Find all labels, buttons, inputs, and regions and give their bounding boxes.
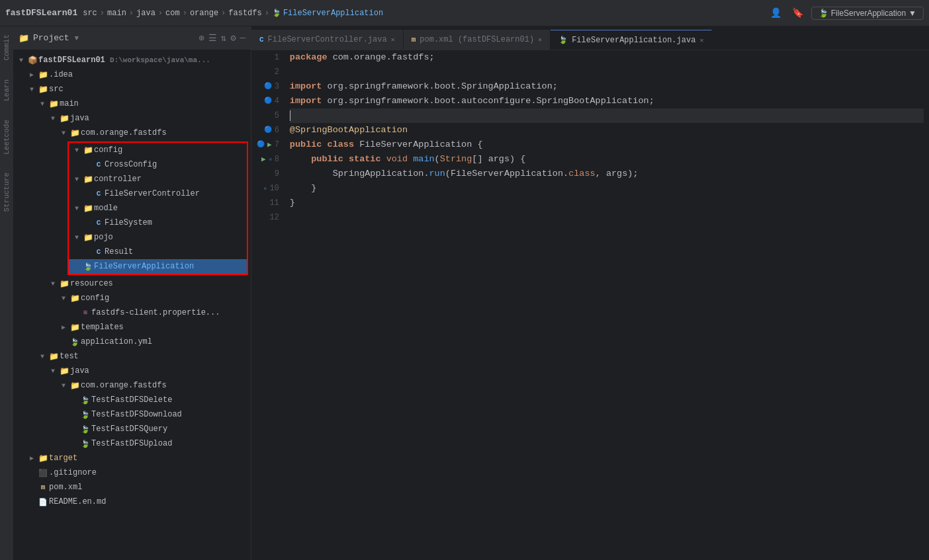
tree-item-config[interactable]: ▼ 📁 config	[69, 143, 247, 157]
gutter-icon-6[interactable]: 🔵	[264, 123, 272, 138]
tree-item-test[interactable]: ▼ 📁 test	[13, 349, 251, 364]
profile-icon[interactable]: 👤	[768, 6, 784, 20]
tree-item-main[interactable]: ▼ 📁 main	[13, 97, 251, 111]
code-content[interactable]: package com.orange.fastdfs; import org.s…	[285, 50, 929, 560]
project-icon: 📦	[26, 56, 38, 65]
settings-icon[interactable]: ⚙	[230, 32, 236, 44]
tree-item-modle[interactable]: ▼ 📁 modle	[69, 201, 247, 216]
tree-arrow-root: ▼	[16, 57, 26, 64]
collapse-icon[interactable]: ☰	[208, 32, 217, 44]
sidebar-label-structure[interactable]: Structure	[1, 170, 12, 214]
tree-item-testdelete[interactable]: ▶ 🍃 TestFastDFSDelete	[13, 393, 251, 407]
tree-item-result[interactable]: ▶ C Result	[69, 245, 247, 259]
tree-arrow-pojo: ▼	[71, 234, 82, 241]
breadcrumb-src[interactable]: src	[83, 9, 97, 18]
tree-arrow-java2: ▼	[48, 368, 58, 375]
folder-icon-resources: 📁	[58, 279, 70, 289]
sort-icon[interactable]: ⇅	[221, 32, 226, 44]
line-num-2: 2	[257, 65, 279, 79]
sidebar-label-leetcode[interactable]: Leetcode	[1, 117, 12, 157]
tree-item-java[interactable]: ▼ 📁 java	[13, 111, 251, 126]
spring-icon-testdownload: 🍃	[79, 411, 91, 419]
gutter-run-8[interactable]: ▶	[261, 152, 266, 167]
tree-item-testdownload[interactable]: ▶ 🍃 TestFastDFSDownload	[13, 407, 251, 422]
line-num-3: 🔵 3	[257, 79, 279, 94]
tree-arrow-config: ▼	[71, 147, 82, 154]
tree-label-root: fastDFSLearn01 D:\workspace\java\ma...	[38, 56, 210, 65]
tree-item-filesystem[interactable]: ▶ C FileSystem	[69, 216, 247, 230]
tab-fileservercontroller[interactable]: C FileServerController.java ✕	[251, 30, 404, 50]
breadcrumb-orange[interactable]: orange	[190, 9, 218, 18]
folder-icon-src: 📁	[37, 85, 49, 95]
folder-icon-config2: 📁	[69, 294, 81, 303]
tree-item-crossconfig[interactable]: ▶ C CrossConfig	[69, 157, 247, 172]
tree-item-java2[interactable]: ▼ 📁 java	[13, 364, 251, 378]
tree-label-package: com.orange.fastdfs	[81, 128, 167, 138]
code-editor[interactable]: 1 2 🔵 3 🔵 4 5 🔵 6 🔵 ▶ 7	[251, 50, 929, 560]
tree-item-readme[interactable]: ▶ 📄 README.en.md	[13, 495, 251, 509]
tree-item-package[interactable]: ▼ 📁 com.orange.fastdfs	[13, 126, 251, 140]
tree-item-application-yml[interactable]: ▶ 🍃 application.yml	[13, 335, 251, 349]
tree-item-idea[interactable]: ▶ 📁 .idea	[13, 67, 251, 82]
gutter-bookmark-10: ⬦	[263, 181, 267, 196]
run-config-button[interactable]: 🍃 FileServerApplication ▼	[811, 7, 924, 20]
tree-item-root[interactable]: ▼ 📦 fastDFSLearn01 D:\workspace\java\ma.…	[13, 53, 251, 67]
sidebar-label-commit[interactable]: Commit	[1, 32, 12, 63]
tree-label-filesystem: FileSystem	[105, 218, 152, 227]
tree-item-controller[interactable]: ▼ 📁 controller	[69, 172, 247, 186]
tree-label-src: src	[49, 85, 64, 94]
gutter-icon-4[interactable]: 🔵	[264, 94, 272, 108]
panel-title-arrow[interactable]: ▼	[75, 34, 79, 42]
line-num-7: 🔵 ▶ 7	[257, 138, 279, 152]
gutter-icon-3[interactable]: 🔵	[264, 79, 272, 94]
tab-fileserverapplication[interactable]: 🍃 FileServerApplication.java ✕	[551, 30, 712, 50]
add-file-icon[interactable]: ⊕	[199, 32, 204, 44]
line-num-1: 1	[257, 50, 279, 65]
tree-item-testquery[interactable]: ▶ 🍃 TestFastDFSQuery	[13, 422, 251, 436]
tree-item-gitignore[interactable]: ▶ ⬛ .gitignore	[13, 465, 251, 480]
tree-label-config: config	[94, 145, 122, 155]
tree-item-fastdfs-props[interactable]: ▶ ≡ fastdfs-client.propertie...	[13, 305, 251, 320]
tree-item-src[interactable]: ▼ 📁 src	[13, 82, 251, 97]
breadcrumb-class[interactable]: 🍃 FileServerApplication	[272, 9, 383, 18]
hide-panel-icon[interactable]: —	[240, 32, 245, 44]
tab-close-3[interactable]: ✕	[699, 36, 703, 44]
app-title[interactable]: fastDFSLearn01	[5, 8, 77, 18]
tree-label-application-yml: application.yml	[81, 337, 152, 346]
breadcrumb-java[interactable]: java	[136, 9, 155, 18]
tree-item-fileservercontroller[interactable]: ▶ C FileServerController	[69, 186, 247, 201]
tree-item-fileserverapplication[interactable]: ▶ 🍃 FileServerApplication	[69, 259, 247, 274]
panel-title: Project	[33, 33, 69, 43]
breadcrumb-main[interactable]: main	[107, 9, 126, 18]
java-icon-crossconfig: C	[93, 161, 105, 169]
breadcrumb-fastdfs[interactable]: fastdfs	[228, 9, 261, 18]
tab-pom[interactable]: m pom.xml (fastDFSLearn01) ✕	[404, 30, 551, 50]
tree-item-config2[interactable]: ▼ 📁 config	[13, 291, 251, 305]
gutter-icon-7[interactable]: 🔵	[257, 138, 265, 152]
yaml-icon: 🍃	[69, 338, 81, 346]
breadcrumb-com[interactable]: com	[165, 9, 180, 18]
tab-close-1[interactable]: ✕	[391, 36, 395, 44]
gutter-run-7[interactable]: ▶	[267, 138, 272, 152]
code-line-9: SpringApplication.run(FileServerApplicat…	[290, 167, 924, 181]
tree-label-result: Result	[105, 247, 133, 257]
tab-close-2[interactable]: ✕	[538, 36, 542, 44]
code-line-11: }	[290, 196, 924, 210]
tree-item-target[interactable]: ▶ 📁 target	[13, 451, 251, 465]
sidebar-label-learn[interactable]: Learn	[1, 77, 12, 104]
tree-label-crossconfig: CrossConfig	[105, 160, 157, 169]
tree-item-pom[interactable]: ▶ m pom.xml	[13, 480, 251, 495]
code-line-5	[290, 108, 924, 123]
tree-item-package2[interactable]: ▼ 📁 com.orange.fastdfs	[13, 378, 251, 393]
run-config-label: FileServerApplication	[831, 9, 906, 18]
tree-item-testupload[interactable]: ▶ 🍃 TestFastDFSUpload	[13, 436, 251, 451]
tree-item-pojo[interactable]: ▼ 📁 pojo	[69, 230, 247, 245]
bookmark-icon[interactable]: 🔖	[789, 6, 806, 20]
code-line-4: import org.springframework.boot.autoconf…	[290, 94, 924, 108]
java-icon-filesystem: C	[93, 219, 105, 227]
tree-label-fastdfs-props: fastdfs-client.propertie...	[91, 308, 220, 317]
tree-arrow-modle: ▼	[71, 205, 82, 212]
tree-item-templates[interactable]: ▶ 📁 templates	[13, 320, 251, 335]
tree-item-resources[interactable]: ▼ 📁 resources	[13, 276, 251, 291]
tree-label-java2: java	[70, 366, 89, 376]
